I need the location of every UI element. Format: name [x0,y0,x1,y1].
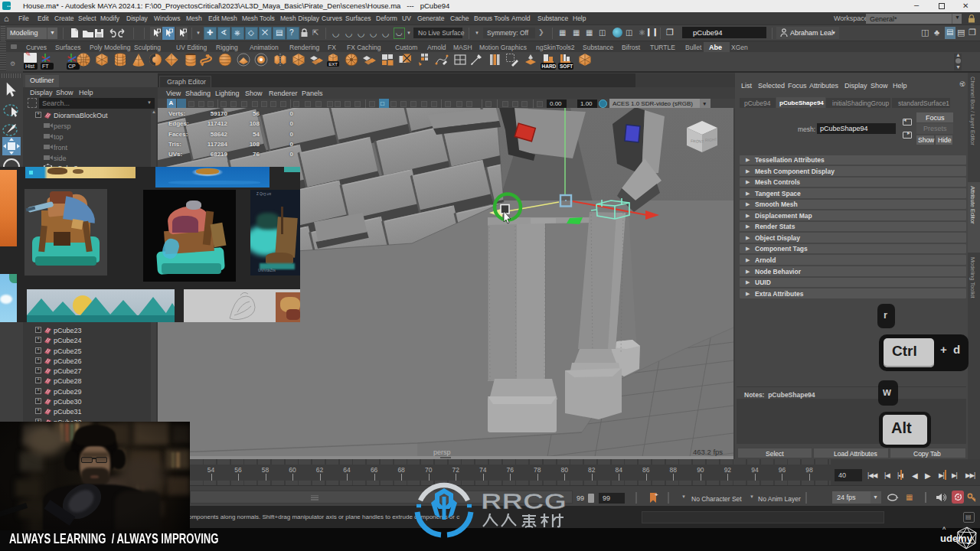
svg-text:+: + [655,491,658,498]
svg-text:RIGHT: RIGHT [705,137,717,142]
svg-text:persp: persp [433,448,451,456]
svg-text:463.2 fps: 463.2 fps [693,448,723,456]
svg-text:RRCG: RRCG [481,488,567,514]
svg-text:FRONT: FRONT [691,139,704,144]
